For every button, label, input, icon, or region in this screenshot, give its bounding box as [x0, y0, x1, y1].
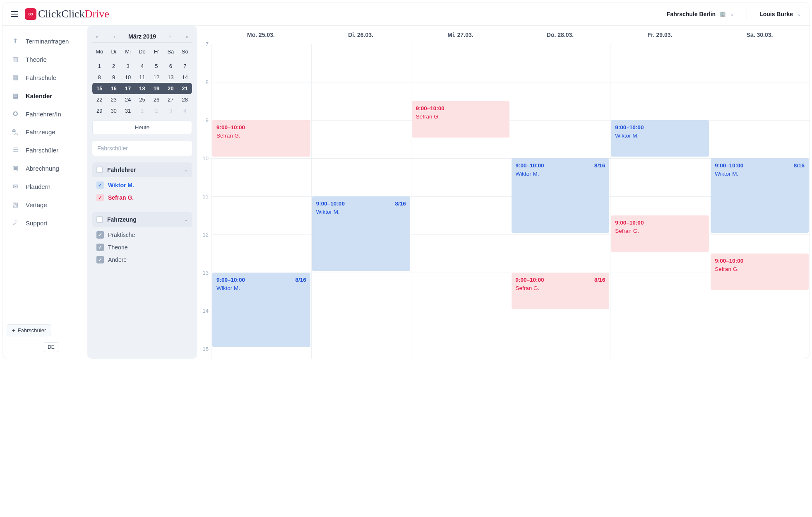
mini-cal-day[interactable]: 2 — [106, 60, 120, 72]
mini-cal-day[interactable]: 8 — [92, 72, 106, 83]
sidebar-item-terminanfragen[interactable]: ⬆Terminanfragen — [7, 32, 83, 50]
sidebar-item-fahrschüler[interactable]: ☰Fahrschüler — [7, 141, 83, 159]
mini-cal-day[interactable]: 5 — [149, 60, 163, 72]
student-search-input[interactable] — [92, 141, 192, 156]
logo[interactable]: ∞ ClickClickDrive — [25, 8, 109, 20]
hour-label: 11 — [203, 193, 209, 200]
mini-cal-day[interactable]: 1 — [135, 105, 149, 116]
prev-year-button[interactable]: « — [94, 33, 101, 40]
nav-label: Theorie — [26, 56, 47, 63]
mini-cal-day[interactable]: 18 — [135, 83, 149, 94]
day-header: Di. 26.03. — [311, 26, 411, 44]
mini-cal-day[interactable]: 23 — [106, 94, 120, 105]
event-name: Wiktor M. — [516, 170, 605, 178]
filter-teachers-toggle[interactable]: Fahrlehrer ⌄ — [92, 162, 192, 177]
mini-cal-day[interactable]: 31 — [121, 105, 135, 116]
school-selector[interactable]: Fahrschule Berlin 🏢 ⌄ — [667, 11, 734, 17]
event-time: 9:00–10:00 — [615, 219, 644, 227]
nav-label: Fahrschüler — [26, 147, 58, 154]
mini-cal-day[interactable]: 12 — [149, 72, 163, 83]
mini-cal-day[interactable]: 10 — [121, 72, 135, 83]
mini-cal-day[interactable]: 21 — [178, 83, 192, 94]
sidebar-item-fahrschule[interactable]: ▦Fahrschule — [7, 69, 83, 86]
sidebar-item-theorie[interactable]: ▥Theorie — [7, 51, 83, 68]
mini-cal-day[interactable]: 3 — [121, 60, 135, 72]
mini-cal-day[interactable]: 4 — [135, 60, 149, 72]
calendar-event[interactable]: 9:00–10:008/16Wiktor M. — [212, 273, 310, 347]
sidebar-item-vertäge[interactable]: ▧Vertäge — [7, 196, 83, 213]
add-student-button[interactable]: + Fahrschüler — [7, 324, 51, 336]
event-count: 8/16 — [594, 276, 605, 284]
type-filter-item[interactable]: Theorie — [93, 243, 191, 252]
calendar-event[interactable]: 9:00–10:00Wiktor M. — [611, 120, 709, 157]
mini-cal-day[interactable]: 28 — [178, 94, 192, 105]
sidebar-item-kalender[interactable]: ▤Kalender — [7, 87, 83, 104]
mini-cal-day[interactable]: 15 — [92, 83, 106, 94]
mini-cal-day[interactable]: 7 — [178, 60, 192, 72]
hour-label: 14 — [203, 308, 209, 314]
mini-cal-day[interactable]: 19 — [149, 83, 163, 94]
teacher-name: Sefran G. — [108, 194, 134, 201]
mini-cal-day[interactable]: 14 — [178, 72, 192, 83]
day-header: Mi. 27.03. — [411, 26, 510, 44]
calendar-event[interactable]: 9:00–10:00Sefran G. — [412, 101, 510, 138]
mini-cal-day[interactable]: 9 — [106, 72, 120, 83]
hour-label: 12 — [203, 232, 209, 238]
mini-cal-day[interactable]: 13 — [163, 72, 178, 83]
prev-month-button[interactable]: ‹ — [112, 33, 117, 40]
hour-label: 10 — [203, 155, 209, 162]
mini-cal-day[interactable]: 27 — [163, 94, 178, 105]
filter-vehicle-toggle[interactable]: Fahrzeung ⌄ — [92, 212, 192, 227]
calendar-event[interactable]: 9:00–10:008/16Sefran G. — [512, 273, 610, 309]
dow-label: Do — [135, 46, 149, 57]
type-filter-item[interactable]: Andere — [93, 255, 191, 264]
mini-cal-day[interactable]: 11 — [135, 72, 149, 83]
sidebar-item-fahrzeuge[interactable]: ⛍Fahrzeuge — [7, 123, 83, 140]
today-button[interactable]: Heute — [92, 121, 192, 134]
calendar-event[interactable]: 9:00–10:008/16Wiktor M. — [312, 196, 410, 271]
calendar-event[interactable]: 9:00–10:00Sefran G. — [212, 120, 310, 157]
mini-cal-day[interactable]: 4 — [178, 105, 192, 116]
mini-cal-day[interactable]: 17 — [121, 83, 135, 94]
event-name: Sefran G. — [416, 113, 506, 121]
mini-cal-day[interactable]: 24 — [121, 94, 135, 105]
calendar-event[interactable]: 9:00–10:00Sefran G. — [711, 254, 809, 290]
calendar-event[interactable]: 9:00–10:00Sefran G. — [611, 215, 709, 252]
hour-label: 9 — [206, 117, 209, 123]
sidebar-item-plaudern[interactable]: ✉Plaudern — [7, 178, 83, 195]
menu-icon[interactable] — [11, 11, 18, 17]
sidebar-item-abrechnung[interactable]: ▣Abrechnung — [7, 159, 83, 177]
calendar-event[interactable]: 9:00–10:008/16Wiktor M. — [711, 158, 809, 233]
mini-cal-day[interactable]: 29 — [92, 105, 106, 116]
language-selector[interactable]: DE — [44, 342, 58, 352]
nav-label: Fahrlehrer/In — [26, 111, 61, 118]
nav-icon: ▦ — [12, 74, 19, 81]
sidebar-item-support[interactable]: ☄Support — [7, 214, 83, 232]
mini-cal-day[interactable]: 25 — [135, 94, 149, 105]
next-year-button[interactable]: » — [184, 33, 190, 40]
calendar-event[interactable]: 9:00–10:008/16Wiktor M. — [512, 158, 610, 233]
mini-cal-day[interactable]: 20 — [163, 83, 178, 94]
mini-cal-day[interactable]: 26 — [149, 94, 163, 105]
mini-cal-day[interactable]: 2 — [149, 105, 163, 116]
event-name: Sefran G. — [516, 284, 605, 292]
next-month-button[interactable]: › — [167, 33, 173, 40]
nav-label: Support — [26, 220, 48, 227]
event-count: 8/16 — [594, 162, 605, 170]
mini-cal-day[interactable]: 22 — [92, 94, 106, 105]
nav-label: Plaudern — [26, 183, 50, 190]
mini-cal-day[interactable]: 1 — [92, 60, 106, 72]
mini-cal-day[interactable]: 30 — [106, 105, 120, 116]
mini-cal-day[interactable]: 6 — [163, 60, 178, 72]
sidebar-item-fahrlehrer/in[interactable]: ✪Fahrlehrer/In — [7, 105, 83, 123]
event-count: 8/16 — [794, 162, 805, 170]
user-selector[interactable]: Louis Burke ⌄ — [759, 11, 801, 17]
topbar: ∞ ClickClickDrive Fahrschule Berlin 🏢 ⌄ … — [2, 2, 810, 26]
dow-label: Sa — [163, 46, 178, 57]
teacher-filter-item[interactable]: Sefran G. — [93, 193, 191, 202]
mini-cal-day[interactable]: 16 — [106, 83, 120, 94]
dow-label: Fr — [149, 46, 163, 57]
mini-cal-day[interactable]: 3 — [163, 105, 178, 116]
teacher-filter-item[interactable]: Wiktor M. — [93, 181, 191, 190]
type-filter-item[interactable]: Praktische — [93, 230, 191, 239]
